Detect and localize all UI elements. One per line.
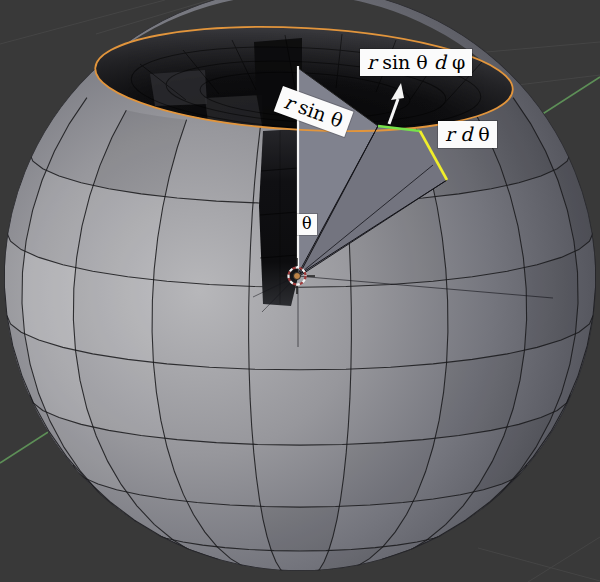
label-arc-width: r sin θ d φ [360, 49, 472, 76]
viewport-canvas[interactable] [0, 0, 600, 582]
mesh-face-tint [261, 506, 340, 551]
3d-viewport[interactable]: r sin θ d φ r sin θ r d θ θ [0, 0, 600, 582]
label-arc-height: r d θ [438, 121, 497, 148]
label-theta: θ [297, 214, 317, 235]
mesh-face-tint [73, 268, 153, 363]
wedge-interior-column [259, 129, 298, 306]
